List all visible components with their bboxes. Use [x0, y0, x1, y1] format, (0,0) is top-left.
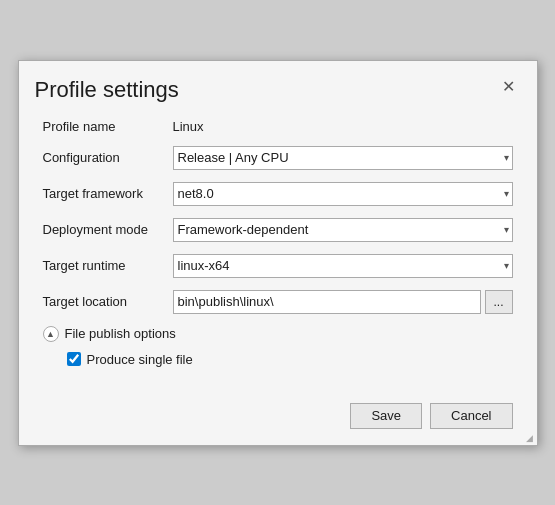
configuration-row: Configuration Release | Any CPU Debug | …: [43, 146, 513, 170]
target-framework-row: Target framework net8.0 net7.0 net6.0 ▾: [43, 182, 513, 206]
deployment-mode-label: Deployment mode: [43, 222, 173, 237]
watermark: ◢: [526, 433, 533, 443]
deployment-mode-select[interactable]: Framework-dependent Self-contained: [173, 218, 513, 242]
target-location-row: Target location ...: [43, 290, 513, 314]
cancel-button[interactable]: Cancel: [430, 403, 512, 429]
target-runtime-label: Target runtime: [43, 258, 173, 273]
dialog-content: Profile name Linux Configuration Release…: [19, 107, 537, 391]
produce-single-file-checkbox[interactable]: [67, 352, 81, 366]
target-location-input[interactable]: [173, 290, 481, 314]
target-runtime-select-wrapper: linux-x64 linux-arm win-x64 osx-x64 ▾: [173, 254, 513, 278]
profile-name-row: Profile name Linux: [43, 119, 513, 134]
browse-button[interactable]: ...: [485, 290, 513, 314]
close-button[interactable]: ✕: [496, 77, 521, 97]
target-runtime-row: Target runtime linux-x64 linux-arm win-x…: [43, 254, 513, 278]
configuration-select[interactable]: Release | Any CPU Debug | Any CPU: [173, 146, 513, 170]
profile-name-label: Profile name: [43, 119, 173, 134]
dialog-footer: Save Cancel: [19, 391, 537, 445]
title-bar: Profile settings ✕: [19, 61, 537, 107]
deployment-mode-select-wrapper: Framework-dependent Self-contained ▾: [173, 218, 513, 242]
configuration-select-wrapper: Release | Any CPU Debug | Any CPU ▾: [173, 146, 513, 170]
target-runtime-select[interactable]: linux-x64 linux-arm win-x64 osx-x64: [173, 254, 513, 278]
configuration-label: Configuration: [43, 150, 173, 165]
save-button[interactable]: Save: [350, 403, 422, 429]
target-framework-select-wrapper: net8.0 net7.0 net6.0 ▾: [173, 182, 513, 206]
profile-name-value: Linux: [173, 119, 204, 134]
target-framework-label: Target framework: [43, 186, 173, 201]
produce-single-file-label[interactable]: Produce single file: [87, 352, 193, 367]
target-location-label: Target location: [43, 294, 173, 309]
deployment-mode-row: Deployment mode Framework-dependent Self…: [43, 218, 513, 242]
file-publish-label: File publish options: [65, 326, 176, 341]
collapse-icon: ▲: [43, 326, 59, 342]
target-framework-select[interactable]: net8.0 net7.0 net6.0: [173, 182, 513, 206]
profile-settings-dialog: Profile settings ✕ Profile name Linux Co…: [18, 60, 538, 446]
produce-single-file-row: Produce single file: [67, 352, 513, 367]
dialog-title: Profile settings: [35, 77, 179, 103]
file-publish-section-header[interactable]: ▲ File publish options: [43, 326, 513, 342]
target-location-wrapper: ...: [173, 290, 513, 314]
